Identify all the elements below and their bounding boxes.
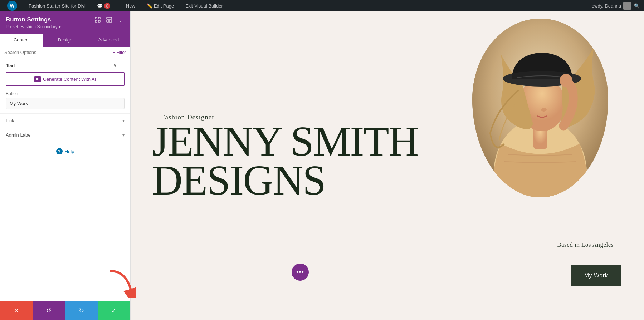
undo-icon: ↺ [46,307,52,315]
tab-design[interactable]: Design [43,34,87,47]
svg-rect-6 [109,20,112,22]
preset-label: Preset: Fashion Secondary [6,24,58,29]
text-section-header: Text ∧ ⋮ [6,63,125,68]
site-name-item[interactable]: Fashion Starter Site for Divi [26,0,88,11]
layout-icon[interactable] [105,16,113,24]
exit-builder-label: Exit Visual Builder [185,3,223,9]
panel-title: Button Settings [6,16,51,23]
close-button[interactable]: ✕ [0,301,33,320]
new-label: New [126,3,135,9]
panel-tabs: Content Design Advanced [0,34,130,47]
edit-page-item[interactable]: ✏️ Edit Page [144,0,177,11]
button-field-wrapper: Button [6,91,125,109]
ai-icon: AI [34,76,41,82]
svg-rect-5 [107,20,109,22]
button-text-input[interactable] [6,98,125,109]
canvas-area: Fashion Designer JENNY SMITH DESIGNS Bas… [131,11,644,320]
search-bar: + Filter [0,47,130,58]
filter-plus-icon: + [113,50,115,55]
generate-ai-label: Generate Content With AI [43,77,96,82]
admin-bar-right: Howdy, Deanna 🔍 [588,2,640,10]
generate-ai-button[interactable]: AI Generate Content With AI [6,72,125,86]
redo-button[interactable]: ↻ [65,301,98,320]
comments-count: 0 [104,3,110,9]
link-section-header[interactable]: Link ▾ [6,118,125,123]
user-avatar [623,2,631,10]
admin-chevron-icon: ▾ [122,133,125,138]
name-line1: JENNY SMITH [152,122,418,161]
wp-logo-item[interactable]: W [4,0,20,11]
site-name: Fashion Starter Site for Divi [29,3,86,9]
plus-icon: + [122,3,125,9]
admin-label-header[interactable]: Admin Label ▾ [6,132,125,138]
tab-advanced[interactable]: Advanced [87,34,130,47]
wp-admin-bar: W Fashion Starter Site for Divi 💬 0 + Ne… [0,0,644,11]
link-section: Link ▾ [0,114,130,128]
panel-preset[interactable]: Preset: Fashion Secondary ▾ [6,24,125,29]
howdy-text: Howdy, Deanna [588,3,621,9]
text-section-chevron[interactable]: ∧ [113,63,117,68]
panel-header-top: Button Settings [6,16,125,24]
howdy-section: Howdy, Deanna [588,2,631,10]
hero-image [472,19,608,197]
text-section: Text ∧ ⋮ AI Generate Content With AI But… [0,58,130,114]
svg-rect-1 [98,17,100,19]
vertical-dots-icon: ⋮ [118,16,123,23]
help-icon: ? [56,148,63,154]
link-section-title: Link [6,118,14,123]
svg-rect-2 [95,20,97,22]
fashion-location: Based in Los Angeles [557,241,614,248]
svg-point-15 [560,74,572,87]
more-options-icon[interactable]: ⋮ [117,16,125,24]
svg-rect-0 [95,17,97,19]
mywork-button[interactable]: My Work [571,265,621,286]
svg-rect-3 [98,20,100,22]
svg-point-14 [541,108,547,112]
hero-image-container [472,19,608,197]
left-panel: Button Settings [0,11,131,320]
undo-button[interactable]: ↺ [33,301,65,320]
text-section-controls: ∧ ⋮ [113,63,125,68]
pencil-icon: ✏️ [147,3,152,9]
fashion-name: JENNY SMITH DESIGNS [152,122,418,200]
admin-bar-left: W Fashion Starter Site for Divi 💬 0 + Ne… [4,0,226,11]
admin-label-title: Admin Label [6,132,31,138]
name-line3: DESIGNS [152,161,418,200]
preset-chevron: ▾ [59,24,61,29]
button-field-label: Button [6,91,125,96]
bottom-action-bar: ✕ ↺ ↻ ✓ [0,301,130,320]
dots-icon: ••• [296,269,304,276]
wp-logo-text: W [10,3,14,9]
comment-icon: 💬 [97,3,103,9]
help-section: ? Help [0,142,130,160]
main-layout: Button Settings [0,11,644,320]
filter-label: Filter [116,50,126,55]
panel-header: Button Settings [0,11,130,34]
red-arrow-indicator [104,266,136,299]
search-input[interactable] [4,50,111,55]
text-section-dots[interactable]: ⋮ [119,63,125,68]
panel-header-icons: ⋮ [94,16,125,24]
comments-item[interactable]: 💬 0 [94,0,113,11]
edit-page-label: Edit Page [154,3,174,9]
redo-icon: ↻ [79,307,84,315]
link-chevron-icon: ▾ [122,118,125,123]
woman-figure-svg [472,19,608,197]
dots-menu[interactable]: ••• [292,264,309,281]
new-item[interactable]: + New [119,0,138,11]
admin-label-section: Admin Label ▾ [0,128,130,142]
help-link[interactable]: Help [65,149,74,154]
svg-rect-4 [107,17,112,19]
text-section-title: Text [6,63,15,68]
wp-logo: W [7,1,17,11]
close-icon: ✕ [14,307,19,315]
focus-icon[interactable] [94,16,102,24]
save-button[interactable]: ✓ [98,301,130,320]
tab-content[interactable]: Content [0,34,43,47]
exit-builder-item[interactable]: Exit Visual Builder [182,0,226,11]
check-icon: ✓ [111,307,117,315]
filter-button[interactable]: + Filter [113,50,126,55]
search-icon[interactable]: 🔍 [634,3,640,9]
